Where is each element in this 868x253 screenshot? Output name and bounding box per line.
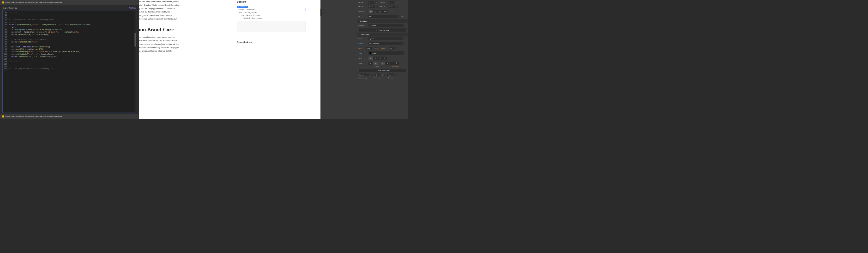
size-unit[interactable]: REM bbox=[374, 47, 379, 49]
select-chevron-icon: ▲▼ bbox=[402, 25, 403, 26]
minh-unit[interactable]: PX bbox=[395, 1, 399, 4]
align-justify[interactable] bbox=[382, 57, 387, 60]
indent-input[interactable]: 0 bbox=[375, 73, 380, 77]
typography-section-header[interactable]: Typography bbox=[357, 32, 408, 36]
italicize-sublabel: Italicize bbox=[371, 66, 383, 68]
columns-unit[interactable]: - bbox=[395, 73, 397, 76]
custom-code-panel: ! Custom code is not validated. Incorrec… bbox=[0, 0, 138, 119]
minw-unit[interactable]: PX bbox=[375, 1, 378, 4]
warning-banner-bottom: ! Custom code is not validated. Incorrec… bbox=[0, 114, 138, 119]
color-swatch[interactable] bbox=[369, 52, 371, 54]
warning-text: Custom code is not validated. Incorrect … bbox=[5, 2, 63, 3]
canvas-background bbox=[322, 0, 357, 119]
fit-more-button[interactable]: ⋯ bbox=[400, 15, 403, 18]
overflow-auto[interactable]: Auto bbox=[382, 10, 389, 13]
underline-icon: T bbox=[392, 62, 393, 64]
maxw-label: Max W bbox=[359, 6, 367, 8]
overflow-label: Overflow bbox=[359, 11, 367, 12]
height-input[interactable]: 1.5 bbox=[389, 47, 395, 50]
code-body[interactable]: </script>--><!-- generate a TOC styleabe… bbox=[3, 10, 136, 71]
caret-down-icon bbox=[359, 34, 360, 35]
regular-icon: I bbox=[375, 62, 376, 64]
align-justify-icon bbox=[384, 57, 386, 59]
scrollbar-thumb[interactable] bbox=[134, 33, 136, 47]
position-label: Position bbox=[359, 25, 367, 26]
font-value: system-ui bbox=[369, 38, 376, 40]
toc-item[interactable]: Text Link -- toc_h3 class bbox=[237, 14, 305, 17]
overflow-segment: Auto bbox=[368, 10, 389, 13]
deco-strike[interactable]: T bbox=[385, 62, 390, 65]
warning-banner-top: ! Custom code is not validated. Incorrec… bbox=[0, 0, 138, 5]
maxw-unit[interactable]: - bbox=[376, 5, 378, 8]
add-field-link[interactable]: + Add Field bbox=[128, 7, 136, 9]
empty-container[interactable] bbox=[237, 21, 305, 32]
height-label: Height bbox=[381, 47, 387, 49]
columns-input[interactable]: Auto bbox=[387, 73, 394, 77]
minh-input[interactable]: 0 bbox=[389, 1, 394, 4]
overflow-scroll[interactable] bbox=[378, 10, 382, 13]
select-chevron-icon: ▲▼ bbox=[402, 38, 403, 40]
decoration-sublabel: Decoration bbox=[385, 66, 406, 68]
minw-input[interactable]: 0 bbox=[368, 1, 374, 4]
section-label: Position bbox=[361, 20, 367, 22]
x-icon bbox=[369, 25, 371, 26]
position-value: Static bbox=[372, 25, 376, 26]
scrollbar-vertical[interactable] bbox=[134, 11, 136, 113]
maxh-label: Max H bbox=[380, 6, 387, 8]
size-input[interactable]: 0.75 bbox=[366, 47, 372, 50]
maxw-input[interactable]: None bbox=[368, 5, 375, 8]
position-section-header[interactable]: Position bbox=[357, 19, 408, 23]
toc-item[interactable]: Text Link -- active class bbox=[237, 8, 305, 11]
deco-overline[interactable]: T bbox=[394, 62, 399, 65]
indent-sublabel: Text indent bbox=[374, 77, 388, 79]
italic-on[interactable]: I bbox=[368, 62, 373, 65]
gear-icon[interactable] bbox=[245, 6, 247, 8]
scroll-icon bbox=[379, 11, 381, 12]
deco-underline[interactable]: T bbox=[390, 62, 394, 65]
align-label: Align bbox=[359, 57, 367, 59]
caret-down-icon bbox=[375, 70, 376, 71]
align-right[interactable] bbox=[378, 57, 382, 60]
italic-icon: I bbox=[370, 62, 371, 64]
deco-none[interactable] bbox=[380, 62, 385, 65]
warning-icon: ! bbox=[2, 115, 4, 117]
weight-label: Weight bbox=[359, 43, 367, 44]
weight-value: 500 - Medium bbox=[369, 43, 379, 44]
align-right-icon bbox=[379, 57, 381, 59]
letterspacing-input[interactable]: Normal bbox=[359, 73, 369, 77]
article-paragraph-1: en, den Kern einer Marke, der Identität,… bbox=[139, 0, 214, 21]
select-chevron-icon: ▲▼ bbox=[402, 43, 403, 44]
selected-element-badge[interactable]: tocitem bbox=[237, 6, 248, 8]
minw-label: Min W bbox=[359, 1, 367, 3]
toc-item[interactable]: Text Link -- toc_h4 class bbox=[237, 17, 305, 20]
canvas[interactable]: en, den Kern einer Marke, der Identität,… bbox=[139, 0, 322, 119]
triangle-right-icon: ▶ bbox=[376, 30, 377, 31]
x-icon bbox=[382, 63, 383, 64]
position-select[interactable]: Static ▲▼ bbox=[368, 24, 404, 27]
letterspacing-unit[interactable]: - bbox=[371, 73, 373, 76]
maxh-input[interactable]: None bbox=[388, 5, 395, 8]
article-paragraph-2: n einzigartigen Kern einer Marke, der ih… bbox=[139, 35, 214, 52]
font-select[interactable]: system-ui ▲▼ bbox=[368, 37, 404, 40]
caret-down-icon bbox=[359, 21, 360, 21]
overflow-visible[interactable] bbox=[368, 10, 373, 13]
float-clear-button[interactable]: ▶ Float and clear bbox=[359, 28, 406, 32]
more-type-button[interactable]: More type options bbox=[359, 69, 406, 72]
height-unit[interactable]: - bbox=[397, 47, 399, 49]
float-clear-label: Float and clear bbox=[379, 29, 389, 31]
article-heading: um Brand-Core bbox=[139, 27, 214, 33]
minh-label: Min H bbox=[380, 1, 387, 3]
svg-point-0 bbox=[246, 7, 246, 7]
code-editor[interactable]: 848586878889 909192939495969798991001011… bbox=[2, 10, 136, 113]
weight-select[interactable]: 500 - Medium ▲▼ bbox=[368, 42, 404, 45]
align-left[interactable] bbox=[368, 57, 373, 60]
align-center[interactable] bbox=[373, 57, 378, 60]
color-select[interactable]: Black bbox=[368, 51, 404, 55]
overflow-hidden[interactable] bbox=[373, 10, 378, 13]
toc-item[interactable]: Text Link -- toc_h2 class bbox=[237, 11, 305, 14]
fit-select[interactable]: Fill ▲▼ bbox=[368, 15, 399, 18]
indent-unit[interactable]: PX bbox=[381, 73, 385, 76]
maxh-unit[interactable]: - bbox=[396, 5, 398, 8]
style-label: Style bbox=[359, 62, 367, 64]
italic-off[interactable]: I bbox=[373, 62, 378, 65]
